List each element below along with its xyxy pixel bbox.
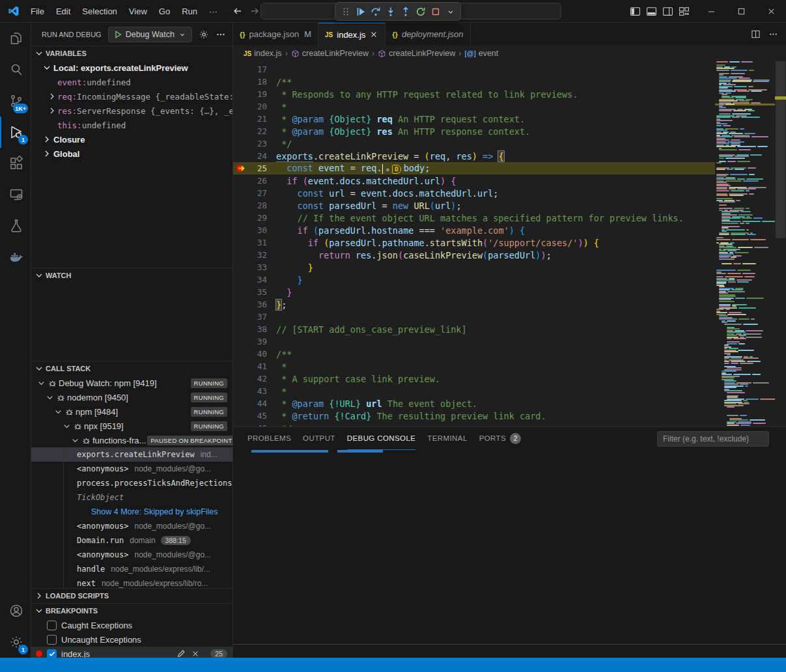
variables-header[interactable]: VARIABLES	[31, 46, 232, 61]
repl-input[interactable]	[233, 644, 786, 658]
breakpoint-current-icon[interactable]	[233, 162, 249, 175]
breakpoint-column[interactable]	[233, 125, 249, 137]
panel-tab-debug-console[interactable]: DEBUG CONSOLE	[347, 427, 416, 450]
breakpoint-column[interactable]	[233, 323, 249, 335]
breadcrumb-item[interactable]: createLinkPreview	[378, 49, 455, 58]
close-button[interactable]	[756, 0, 786, 23]
stack-frame[interactable]: Show 4 More: Skipped by skipFiles	[31, 505, 232, 519]
breakpoint-column[interactable]	[233, 113, 249, 125]
tab-index-js[interactable]: JSindex.js	[318, 23, 386, 46]
variable-row[interactable]: req: IncomingMessage {_readableState:…	[31, 89, 232, 104]
stack-frame[interactable]: process.processTicksAndRejections	[31, 476, 232, 490]
menu-edit[interactable]: Edit	[50, 0, 76, 22]
breadcrumb-item[interactable]: createLinkPreview	[291, 49, 369, 58]
breakpoint-column[interactable]	[233, 286, 249, 298]
breakpoint-column[interactable]	[233, 212, 249, 224]
breakpoint-row[interactable]: Caught Exceptions	[31, 618, 232, 632]
stack-frame[interactable]: <anonymous>node_modules/@go...	[31, 462, 232, 476]
toggle-panel-icon[interactable]	[646, 6, 657, 17]
stop-button[interactable]	[428, 4, 443, 19]
menu-run[interactable]: Run	[176, 0, 203, 22]
stack-frame[interactable]: exports.createLinkPreviewind...	[31, 447, 232, 462]
callstack-session[interactable]: nodemon [9450]RUNNING	[31, 390, 232, 404]
activity-remote-explorer[interactable]	[0, 179, 31, 210]
maximize-button[interactable]	[726, 0, 756, 23]
activity-search[interactable]	[0, 54, 31, 85]
continue-button[interactable]	[353, 4, 368, 19]
breakpoint-column[interactable]	[233, 236, 249, 249]
activity-explorer[interactable]	[0, 23, 31, 54]
activity-run-and-debug[interactable]: 1	[0, 117, 31, 148]
breakpoint-column[interactable]	[233, 348, 249, 360]
stack-frame[interactable]: handlenode_modules/express/lib/...	[31, 562, 232, 576]
breakpoint-column[interactable]	[233, 150, 249, 162]
breakpoint-row[interactable]: Uncaught Exceptions	[31, 632, 232, 647]
breakpoint-column[interactable]	[233, 137, 249, 150]
minimize-button[interactable]	[696, 0, 726, 23]
drag-handle-button[interactable]	[338, 4, 353, 19]
split-editor-icon[interactable]	[751, 29, 761, 39]
scope-local-exports-createlinkpreview[interactable]: Local: exports.createLinkPreview	[31, 61, 232, 75]
menu-selection[interactable]: Selection	[76, 0, 122, 22]
activity-extensions[interactable]	[0, 148, 31, 179]
close-icon[interactable]	[369, 30, 378, 39]
breakpoint-column[interactable]	[233, 422, 249, 427]
stack-frame[interactable]: <anonymous>node_modules/@go...	[31, 548, 232, 562]
menu-go[interactable]: Go	[153, 0, 176, 22]
tab-package-json[interactable]: {}package.jsonM	[233, 23, 318, 46]
breakpoint-column[interactable]	[233, 100, 249, 113]
variable-row[interactable]: this: undefined	[31, 118, 232, 132]
breakpoint-column[interactable]	[233, 410, 249, 422]
breakpoint-row[interactable]: index.js25	[31, 647, 232, 658]
activity-testing[interactable]	[0, 210, 31, 242]
breakpoint-column[interactable]	[233, 311, 249, 323]
panel-tab-problems[interactable]: PROBLEMS	[247, 427, 291, 450]
breakpoint-column[interactable]	[233, 335, 249, 348]
step-into-button[interactable]	[383, 4, 398, 19]
breadcrumb-item[interactable]: [@]event	[464, 49, 498, 58]
minimap[interactable]	[715, 61, 775, 427]
session-dropdown-chevron-button[interactable]	[443, 4, 458, 19]
breakpoint-checkbox[interactable]	[47, 649, 57, 658]
breakpoint-column[interactable]	[233, 298, 249, 311]
breakpoint-column[interactable]	[233, 397, 249, 410]
breakpoint-column[interactable]	[233, 63, 249, 76]
scrollbar-slider[interactable]	[776, 61, 785, 238]
breakpoint-column[interactable]	[233, 385, 249, 397]
console-filter-input[interactable]	[657, 431, 769, 447]
remove-breakpoint-icon[interactable]	[191, 649, 200, 658]
show-more-link[interactable]: Show 4 More: Skipped by skipFiles	[77, 507, 218, 516]
editor-scrollbar[interactable]	[775, 61, 786, 427]
back-icon[interactable]	[232, 6, 243, 16]
stack-frame[interactable]: nextnode_modules/express/lib/ro...	[31, 576, 232, 588]
loaded-scripts-header[interactable]: LOADED SCRIPTS	[31, 589, 232, 603]
breakpoint-column[interactable]	[233, 273, 249, 286]
launch-config-select[interactable]: Debug Watch	[108, 27, 192, 42]
edit-breakpoint-icon[interactable]	[176, 649, 186, 658]
panel-tab-terminal[interactable]: TERMINAL	[427, 427, 467, 450]
callstack-session[interactable]: functions-fra...PAUSED ON BREAKPOINT	[31, 433, 232, 447]
menu-more[interactable]: ···	[203, 0, 223, 22]
panel-tab-ports[interactable]: PORTS2	[479, 427, 521, 450]
more-actions-icon[interactable]	[768, 29, 778, 39]
menu-file[interactable]: File	[25, 0, 50, 22]
activity-settings[interactable]: 1	[0, 626, 31, 658]
restart-button[interactable]	[413, 4, 428, 19]
stack-frame[interactable]: TickObject	[31, 490, 232, 505]
callstack-session[interactable]: npx [9519]RUNNING	[31, 419, 232, 433]
stack-frame[interactable]: <anonymous>node_modules/@go...	[31, 519, 232, 533]
menu-view[interactable]: View	[123, 0, 153, 22]
breakpoint-column[interactable]	[233, 224, 249, 236]
callstack-session[interactable]: npm [9484]RUNNING	[31, 404, 232, 419]
more-actions-icon[interactable]	[216, 29, 226, 40]
panel-tab-output[interactable]: OUTPUT	[303, 427, 335, 450]
call-stack-header[interactable]: CALL STACK	[31, 361, 232, 376]
breakpoint-column[interactable]	[233, 199, 249, 212]
scope-global[interactable]: Global	[31, 147, 232, 161]
breakpoint-column[interactable]	[233, 249, 249, 261]
breakpoint-column[interactable]	[233, 261, 249, 273]
toggle-secondary-sidebar-icon[interactable]	[662, 6, 673, 17]
step-out-button[interactable]	[398, 4, 413, 19]
forward-icon[interactable]	[249, 6, 260, 16]
stack-frame[interactable]: Domain.rundomain388:15	[31, 533, 232, 548]
